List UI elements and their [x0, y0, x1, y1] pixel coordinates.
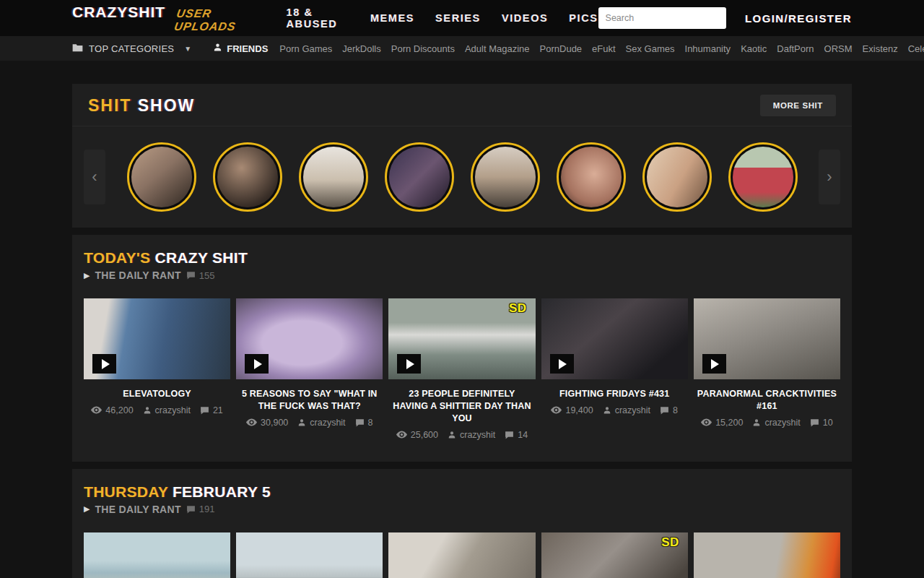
search-input[interactable]: [598, 7, 727, 29]
top-categories-dropdown[interactable]: TOP CATEGORIES ▼: [72, 43, 191, 54]
daily-rant-comments: 191: [186, 504, 215, 514]
nav-item-18-abused[interactable]: 18 & ABUSED: [287, 7, 349, 30]
author-link[interactable]: crazyshit: [764, 418, 800, 428]
author-link[interactable]: crazyshit: [615, 405, 650, 415]
partner-link[interactable]: ORSM: [824, 43, 853, 54]
video-thumbnail[interactable]: [694, 532, 840, 578]
daily-rant-link[interactable]: THE DAILY RANT: [95, 504, 180, 515]
shit-show-thumb[interactable]: [385, 142, 454, 212]
shit-show-thumb[interactable]: [127, 142, 196, 212]
more-shit-button[interactable]: MORE SHIT: [760, 95, 836, 116]
shit-show-thumb[interactable]: [299, 142, 368, 212]
video-thumbnail[interactable]: [541, 298, 688, 379]
video-title[interactable]: FIGHTING FRIDAYS #431: [544, 388, 685, 400]
author-link[interactable]: crazyshit: [310, 418, 345, 428]
comments-stat: 21: [200, 405, 223, 415]
nav-item-videos[interactable]: VIDEOS: [502, 12, 548, 24]
daily-rant-link[interactable]: THE DAILY RANT: [95, 269, 180, 281]
comments-count: 8: [368, 418, 373, 428]
video-thumbnail[interactable]: [236, 298, 383, 379]
section-heading-rest: FEBRUARY 5: [173, 483, 271, 500]
shit-show-thumb[interactable]: [557, 142, 626, 212]
play-icon: [92, 354, 116, 374]
partner-link[interactable]: Celebs: [908, 43, 924, 54]
video-title[interactable]: ELEVATOLOGY: [87, 388, 227, 400]
video-card: ELEVATOLOGY 46,200 crazyshit 21: [84, 298, 230, 440]
login-register-link[interactable]: LOGIN/REGISTER: [745, 12, 852, 25]
views-stat: 25,600: [396, 430, 438, 440]
video-thumbnail[interactable]: SD: [388, 298, 535, 379]
partner-link[interactable]: eFukt: [592, 43, 616, 54]
partner-link[interactable]: JerkDolls: [342, 43, 380, 54]
nav-item-memes[interactable]: MEMES: [370, 12, 414, 24]
main-nav: 18 & ABUSED MEMES SERIES VIDEOS PICS: [287, 7, 598, 30]
video-thumbnail[interactable]: [236, 532, 383, 578]
shit-show-thumb[interactable]: [728, 142, 798, 212]
person-icon: [448, 431, 456, 439]
partner-link[interactable]: Porn Games: [279, 43, 332, 54]
shit-show-thumb[interactable]: [213, 142, 282, 212]
person-icon: [603, 406, 611, 415]
nav-item-series[interactable]: SERIES: [435, 12, 481, 24]
video-thumbnail[interactable]: [84, 298, 230, 379]
video-thumbnail[interactable]: [694, 298, 840, 379]
carousel-next-button[interactable]: ›: [819, 150, 840, 204]
author-stat: crazyshit: [752, 418, 800, 428]
friends-link[interactable]: FRIENDS: [213, 43, 268, 54]
comments-stat: 8: [660, 405, 678, 415]
play-icon: [702, 354, 726, 374]
views-stat: 30,900: [246, 418, 288, 428]
video-title[interactable]: 5 REASONS TO SAY "WHAT IN THE FUCK WAS T…: [239, 388, 380, 413]
comments-stat: 8: [355, 418, 373, 428]
partner-link[interactable]: DaftPorn: [777, 43, 814, 54]
eye-icon: [246, 418, 257, 426]
shit-show-thumb[interactable]: [471, 142, 540, 212]
comments-count: 10: [823, 418, 833, 428]
comment-icon: [200, 406, 209, 415]
partner-link[interactable]: Kaotic: [741, 43, 767, 54]
author-link[interactable]: crazyshit: [155, 405, 191, 415]
video-card: [236, 532, 383, 578]
video-stats: 30,900 crazyshit 8: [236, 418, 383, 428]
section-heading: TODAY'S CRAZY SHIT: [84, 249, 840, 267]
eye-icon: [396, 431, 407, 439]
partner-link[interactable]: Existenz: [863, 43, 898, 54]
shit-show-carousel: ‹ ›: [72, 126, 852, 228]
author-link[interactable]: crazyshit: [460, 430, 495, 440]
search-box: [598, 7, 727, 29]
video-stats: 25,600 crazyshit 14: [388, 430, 535, 440]
person-icon: [143, 406, 152, 415]
daily-rant-comment-count: 155: [199, 270, 215, 281]
video-stats: 46,200 crazyshit 21: [84, 405, 230, 415]
video-thumbnail[interactable]: [84, 532, 230, 578]
chevron-left-icon: ‹: [92, 168, 97, 186]
shit-show-thumb[interactable]: [642, 142, 712, 212]
video-card: [388, 532, 535, 578]
shit-show-title-rest: SHOW: [138, 96, 196, 115]
person-icon: [213, 43, 222, 54]
nav-item-pics[interactable]: PICS: [569, 12, 598, 24]
author-stat: crazyshit: [143, 405, 191, 415]
daily-rant-row: ▶ THE DAILY RANT 191: [84, 504, 840, 515]
views-stat: 19,400: [551, 405, 593, 415]
video-title[interactable]: 23 PEOPLE DEFINITELY HAVING A SHITTIER D…: [391, 388, 532, 425]
video-card: [84, 532, 230, 578]
logo-link[interactable]: CRAZYSHIT USER UPLOADS: [72, 4, 265, 33]
video-card: SD 23 PEOPLE DEFINITELY HAVING A SHITTIE…: [388, 298, 535, 440]
comments-stat: 14: [505, 430, 528, 440]
partner-link[interactable]: Adult Magazine: [465, 43, 530, 54]
shit-show-title: SHIT SHOW: [88, 96, 195, 116]
shit-show-header: SHIT SHOW MORE SHIT: [72, 84, 852, 126]
video-thumbnail[interactable]: SD: [541, 532, 688, 578]
video-thumbnail[interactable]: [388, 532, 535, 578]
views-stat: 15,200: [701, 418, 743, 428]
partner-link[interactable]: Sex Games: [626, 43, 675, 54]
carousel-prev-button[interactable]: ‹: [84, 150, 105, 204]
partner-link[interactable]: Inhumanity: [685, 43, 731, 54]
daily-rant-comments: 155: [186, 270, 215, 281]
partner-link[interactable]: PornDude: [540, 43, 583, 54]
video-title[interactable]: PARANORMAL CRACKTIVITIES #161: [697, 388, 837, 413]
eye-icon: [551, 406, 562, 414]
partner-link[interactable]: Porn Discounts: [391, 43, 455, 54]
thumb-image: [389, 147, 450, 207]
